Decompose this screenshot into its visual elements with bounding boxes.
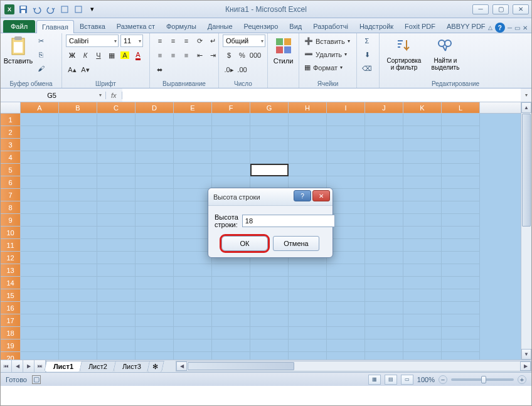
- cell[interactable]: [442, 239, 480, 252]
- cell[interactable]: [21, 264, 59, 277]
- tab-foxit[interactable]: Foxit PDF: [399, 19, 441, 33]
- cell[interactable]: [97, 327, 136, 339]
- normal-view-button[interactable]: ▦: [368, 375, 381, 385]
- paste-button[interactable]: Вставить: [4, 35, 32, 66]
- page-break-view-button[interactable]: ▭: [401, 375, 413, 385]
- cell[interactable]: [97, 277, 136, 289]
- percent-button[interactable]: %: [236, 49, 248, 61]
- cell[interactable]: [403, 302, 442, 314]
- cut-button[interactable]: ✂: [35, 35, 47, 47]
- cell[interactable]: [365, 252, 403, 264]
- cell[interactable]: [442, 314, 480, 327]
- cell[interactable]: [403, 314, 442, 327]
- cell[interactable]: [403, 139, 442, 151]
- cell[interactable]: [59, 176, 97, 189]
- cell[interactable]: [97, 239, 136, 252]
- cell[interactable]: [250, 314, 289, 327]
- cell[interactable]: [174, 164, 212, 176]
- cell[interactable]: [21, 339, 59, 352]
- doc-restore-button[interactable]: ▭: [514, 24, 520, 31]
- increase-decimal-button[interactable]: .0▸: [223, 63, 235, 76]
- cell[interactable]: [327, 327, 365, 339]
- format-painter-button[interactable]: 🖌: [35, 62, 47, 75]
- cell[interactable]: [403, 277, 442, 289]
- fill-color-button[interactable]: A: [119, 49, 131, 61]
- cell[interactable]: [403, 352, 442, 360]
- doc-minimize-button[interactable]: ─: [508, 24, 512, 31]
- row-header[interactable]: 1: [1, 114, 21, 126]
- fx-icon[interactable]: fx: [106, 92, 122, 99]
- row-header[interactable]: 5: [1, 164, 21, 176]
- cell[interactable]: [442, 126, 480, 139]
- cell[interactable]: [59, 352, 97, 360]
- row-header[interactable]: 11: [1, 239, 21, 252]
- row-header[interactable]: 4: [1, 151, 21, 164]
- cell[interactable]: [442, 114, 480, 126]
- cell[interactable]: [289, 264, 327, 277]
- cell[interactable]: [136, 339, 174, 352]
- scroll-left-button[interactable]: ◀: [176, 361, 187, 371]
- cell[interactable]: [289, 164, 327, 176]
- zoom-in-button[interactable]: +: [518, 375, 526, 384]
- cell[interactable]: [21, 151, 59, 164]
- cell[interactable]: [21, 164, 59, 176]
- tab-formulas[interactable]: Формулы: [161, 19, 202, 33]
- minimize-button[interactable]: ─: [472, 4, 489, 14]
- zoom-slider-thumb[interactable]: [481, 376, 486, 383]
- column-header[interactable]: B: [59, 102, 97, 113]
- qat-button[interactable]: [58, 3, 71, 16]
- cell[interactable]: [136, 302, 174, 314]
- column-header[interactable]: L: [442, 102, 480, 113]
- row-header[interactable]: 20: [1, 352, 21, 360]
- sheet-tab-2[interactable]: Лист2: [79, 361, 117, 371]
- zoom-out-button[interactable]: −: [439, 375, 447, 384]
- cell[interactable]: [136, 352, 174, 360]
- cell[interactable]: [21, 239, 59, 252]
- cell[interactable]: [250, 176, 289, 189]
- cell[interactable]: [289, 302, 327, 314]
- cell[interactable]: [327, 126, 365, 139]
- cell[interactable]: [289, 352, 327, 360]
- column-header[interactable]: D: [136, 102, 174, 113]
- cell[interactable]: [365, 126, 403, 139]
- cell[interactable]: [174, 189, 212, 201]
- minimize-ribbon-icon[interactable]: △: [488, 24, 492, 31]
- cell[interactable]: [327, 114, 365, 126]
- cell[interactable]: [212, 314, 250, 327]
- column-header[interactable]: I: [327, 102, 365, 113]
- cell[interactable]: [21, 227, 59, 239]
- cell[interactable]: [59, 314, 97, 327]
- vertical-scrollbar[interactable]: ▲ ▼: [521, 102, 531, 360]
- cell[interactable]: [289, 114, 327, 126]
- cell[interactable]: [289, 289, 327, 302]
- font-size-combo[interactable]: 11: [120, 35, 143, 47]
- orientation-button[interactable]: ⟳: [193, 35, 206, 47]
- cell[interactable]: [365, 302, 403, 314]
- select-all-corner[interactable]: [1, 102, 21, 113]
- row-header[interactable]: 16: [1, 302, 21, 314]
- zoom-level[interactable]: 100%: [417, 376, 435, 383]
- cell[interactable]: [403, 114, 442, 126]
- cell[interactable]: [59, 214, 97, 227]
- cell[interactable]: [136, 314, 174, 327]
- cell[interactable]: [403, 252, 442, 264]
- cell[interactable]: [403, 189, 442, 201]
- row-header[interactable]: 6: [1, 176, 21, 189]
- cell[interactable]: [442, 227, 480, 239]
- cell[interactable]: [97, 227, 136, 239]
- row-header[interactable]: 18: [1, 327, 21, 339]
- cell[interactable]: [212, 164, 250, 176]
- cell[interactable]: [442, 214, 480, 227]
- cell[interactable]: [59, 277, 97, 289]
- scroll-down-button[interactable]: ▼: [521, 349, 531, 360]
- cell[interactable]: [289, 139, 327, 151]
- cell[interactable]: [289, 339, 327, 352]
- insert-cells-button[interactable]: ➕Вставить▾: [303, 35, 351, 48]
- cell[interactable]: [365, 314, 403, 327]
- cell[interactable]: [365, 114, 403, 126]
- cell[interactable]: [174, 289, 212, 302]
- cell[interactable]: [442, 252, 480, 264]
- bold-button[interactable]: Ж: [66, 49, 78, 61]
- cell[interactable]: [403, 214, 442, 227]
- cell[interactable]: [250, 114, 289, 126]
